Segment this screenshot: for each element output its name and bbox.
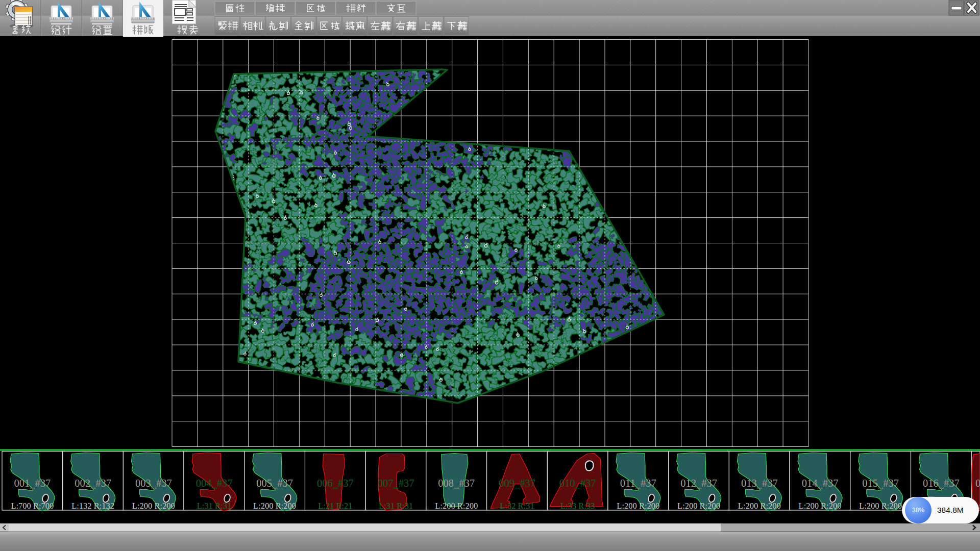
svg-text:L:200 R:200: L:200 R:200	[132, 501, 175, 511]
svg-text:L:200 R:200: L:200 R:200	[435, 501, 478, 511]
svg-text:007_#37: 007_#37	[378, 478, 414, 489]
svg-text:009_#37: 009_#37	[499, 478, 535, 489]
svg-text:L:700 R:700: L:700 R:700	[11, 501, 54, 511]
svg-text:L:200 R:200: L:200 R:200	[799, 501, 842, 511]
svg-text:L:21 R:21: L:21 R:21	[318, 501, 352, 511]
svg-text:015_#37: 015_#37	[862, 478, 899, 489]
svg-text:0: 0	[975, 478, 980, 489]
svg-text:L:200 R:200: L:200 R:200	[253, 501, 296, 511]
svg-text:004_#37: 004_#37	[196, 478, 233, 489]
svg-text:384.8M: 384.8M	[937, 506, 964, 514]
svg-text:005_#37: 005_#37	[256, 478, 293, 489]
svg-text:L:132 R:132: L:132 R:132	[71, 501, 114, 511]
svg-text:L:200 R:200: L:200 R:200	[677, 501, 720, 511]
svg-text:L:31 R:31: L:31 R:31	[197, 501, 231, 511]
svg-text:L:31 R:31: L:31 R:31	[379, 501, 413, 511]
svg-text:013_#37: 013_#37	[741, 478, 778, 489]
svg-text:016_#37: 016_#37	[923, 478, 960, 489]
svg-text:002_#37: 002_#37	[75, 478, 111, 489]
svg-text:011_#37: 011_#37	[620, 478, 656, 489]
svg-text:010_#37: 010_#37	[559, 478, 596, 489]
svg-text:L:200 R:200: L:200 R:200	[738, 501, 781, 511]
svg-text:L:32 R:31: L:32 R:31	[500, 501, 534, 511]
svg-text:L:200 R:200: L:200 R:200	[617, 501, 659, 511]
svg-text:006_#37: 006_#37	[317, 478, 354, 489]
svg-text:001_#37: 001_#37	[14, 478, 51, 489]
svg-text:L:200 R:200: L:200 R:200	[859, 501, 902, 511]
svg-text:L:33 R:33: L:33 R:33	[560, 501, 595, 511]
svg-text:012_#37: 012_#37	[680, 478, 717, 489]
svg-text:008_#37: 008_#37	[438, 478, 475, 489]
svg-text:38%: 38%	[912, 507, 924, 514]
svg-text:003_#37: 003_#37	[135, 478, 172, 489]
svg-text:014_#37: 014_#37	[802, 478, 839, 489]
